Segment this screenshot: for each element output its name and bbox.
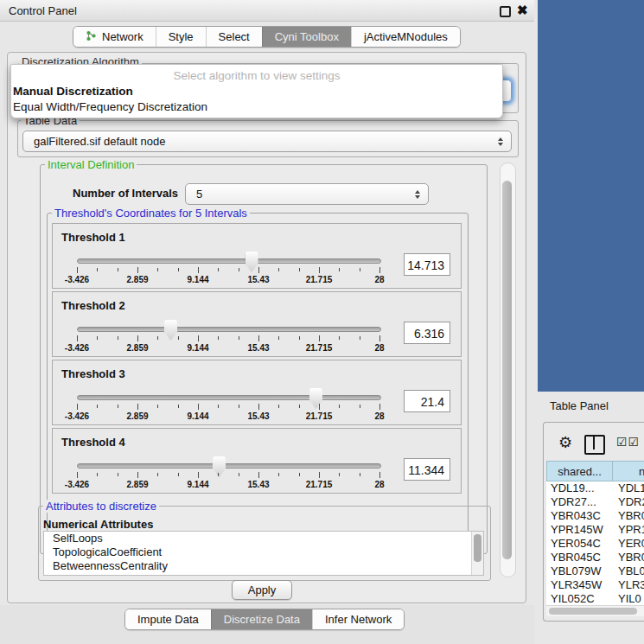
bottom-tab-bar: Impute DataDiscretize DataInfer Network: [124, 609, 405, 630]
slider-tick: [319, 472, 320, 478]
slider-tick-label: 2.859: [126, 480, 148, 489]
table-row[interactable]: YDL19...YDL1: [546, 481, 644, 495]
slider-tick: [319, 267, 320, 273]
slider-thumb[interactable]: [164, 320, 177, 341]
table-row[interactable]: YBR045CYBR0: [546, 551, 644, 564]
threshold-value-field[interactable]: 21.4: [404, 390, 450, 412]
slider-tick: [198, 267, 199, 273]
slider-tick: [218, 405, 219, 408]
table-row[interactable]: YDR27...YDR2: [546, 495, 644, 509]
table-row[interactable]: YPR145WYPR1: [546, 523, 644, 537]
threshold-panel: Threshold 1-3.4262.8599.14415.4321.71528…: [52, 223, 462, 289]
slider-tick: [198, 404, 199, 410]
slider-thumb[interactable]: [309, 388, 322, 409]
close-icon[interactable]: ✖: [517, 3, 528, 18]
attribute-list-item[interactable]: SelfLoops: [44, 532, 483, 545]
thresholds-group-label: Threshold's Coordinates for 5 Intervals: [52, 207, 250, 220]
slider-tick: [178, 405, 179, 408]
cell-shared-name: YBL079W: [546, 564, 613, 578]
slider-thumb[interactable]: [213, 456, 226, 477]
cell-shared-name: YDR27...: [546, 495, 613, 509]
slider-tick: [278, 268, 279, 271]
algorithm-placeholder-item[interactable]: Select algorithm to view settings: [11, 68, 502, 84]
slider-tick-label: 21.715: [306, 411, 333, 421]
table-row[interactable]: YIL052CYIL0: [546, 592, 644, 606]
cell-name: YBL0: [613, 564, 644, 578]
slider-track[interactable]: [77, 395, 381, 400]
interval-definition-label: Interval Definition: [45, 158, 137, 171]
slider-tick-label: 2.859: [126, 275, 148, 284]
checkbox-checked-icons[interactable]: ☑☑: [616, 435, 640, 449]
threshold-value-field[interactable]: 6.316: [404, 322, 450, 344]
table-row[interactable]: YBL079WYBL0: [546, 564, 644, 578]
node-table: shared... n YDL19...YDL1YDR27...YDR2YBR0…: [546, 461, 644, 606]
tab-network[interactable]: Network: [73, 27, 156, 47]
tab-style[interactable]: Style: [156, 27, 206, 47]
table-row[interactable]: YBR043CYBR0: [546, 509, 644, 523]
slider-tick-label: -3.426: [65, 480, 89, 489]
tab-infer-network[interactable]: Infer Network: [312, 609, 404, 629]
table-panel-title: Table Panel: [550, 399, 609, 412]
scrollbar-thumb[interactable]: [549, 608, 637, 615]
slider-tick-label: -3.426: [65, 343, 89, 353]
slider-tick: [319, 335, 320, 341]
slider-tick: [239, 405, 239, 408]
number-of-intervals-combobox[interactable]: 5: [185, 183, 429, 205]
slider-tick: [198, 472, 199, 478]
table-row[interactable]: YER054CYER0: [546, 537, 644, 551]
slider-tick: [239, 268, 239, 271]
slider-thumb[interactable]: [245, 252, 258, 272]
panel-title: Control Panel: [9, 4, 77, 17]
float-window-icon[interactable]: [500, 6, 511, 17]
slider-track[interactable]: [77, 258, 381, 264]
tab-jactivemnodules[interactable]: jActiveMNodules: [351, 27, 460, 47]
column-header-shared-name[interactable]: shared...: [546, 461, 613, 481]
slider-tick: [218, 268, 219, 271]
slider-tick: [360, 336, 360, 340]
cell-name: YLR3: [613, 578, 644, 592]
slider-tick-label: -3.426: [65, 275, 89, 284]
column-header-name[interactable]: n: [613, 461, 644, 481]
slider-tick: [339, 268, 340, 271]
slider-tick: [278, 405, 279, 408]
slider-track[interactable]: [77, 327, 381, 332]
algorithm-option[interactable]: Manual Discretization: [11, 84, 502, 99]
table-data-combobox[interactable]: galFiltered.sif default node: [22, 131, 512, 152]
slider-tick-label: 2.859: [126, 411, 148, 421]
scrollbar-thumb[interactable]: [502, 181, 512, 559]
tab-cyni-toolbox[interactable]: Cyni Toolbox: [262, 27, 351, 47]
slider-tick: [97, 405, 98, 408]
attribute-list-item[interactable]: BetweennessCentrality: [44, 559, 483, 573]
slider-tick: [77, 335, 78, 341]
slider-tick: [339, 336, 340, 340]
panel-vertical-scrollbar[interactable]: [500, 163, 516, 577]
table-horizontal-scrollbar[interactable]: [546, 605, 644, 616]
slider-tick: [239, 336, 239, 340]
scrollbar-thumb[interactable]: [474, 534, 481, 562]
tab-discretize-data[interactable]: Discretize Data: [211, 609, 312, 629]
threshold-value-field[interactable]: 11.344: [404, 458, 450, 481]
threshold-label: Threshold 2: [61, 299, 125, 312]
slider-tick-label: 15.43: [247, 275, 269, 284]
apply-button[interactable]: Apply: [232, 580, 292, 600]
table-data-combobox-value: galFiltered.sif default node: [34, 135, 165, 148]
attribute-list-item[interactable]: TopologicalCoefficient: [44, 545, 483, 559]
network-window-frame: GAL80 GA C GAL11 GAL4 GCY1 H HAP2: [538, 0, 644, 392]
numerical-attributes-list[interactable]: SelfLoopsTopologicalCoefficientBetweenne…: [43, 531, 484, 576]
slider-tick-label: 2.859: [126, 343, 148, 353]
slider-track[interactable]: [77, 463, 381, 469]
number-of-intervals-value: 5: [196, 188, 202, 201]
table-row[interactable]: YLR345WYLR3: [546, 578, 644, 592]
slider-tick: [299, 473, 300, 476]
tab-select[interactable]: Select: [206, 27, 262, 47]
tab-impute-data[interactable]: Impute Data: [125, 609, 211, 629]
columns-icon[interactable]: [584, 435, 605, 455]
algorithm-option[interactable]: Equal Width/Frequency Discretization: [11, 99, 502, 115]
list-vertical-scrollbar[interactable]: [471, 532, 483, 575]
slider-tick: [360, 268, 360, 271]
gear-icon[interactable]: ⚙: [558, 433, 572, 452]
cell-shared-name: YIL052C: [546, 592, 613, 606]
numerical-attributes-label: Numerical Attributes: [43, 518, 153, 531]
threshold-value-field[interactable]: 14.713: [404, 253, 450, 276]
slider-tick: [379, 404, 380, 410]
